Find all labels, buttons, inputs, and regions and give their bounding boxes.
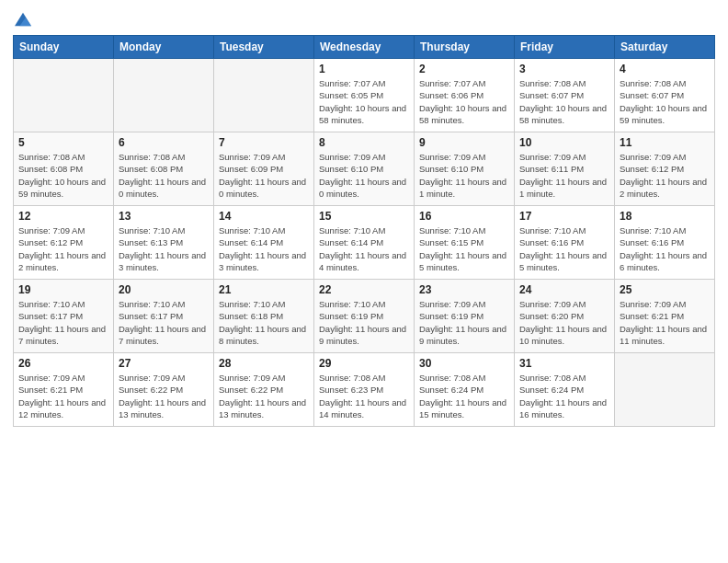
calendar-cell: 18 Sunrise: 7:10 AMSunset: 6:16 PMDaylig… xyxy=(615,206,715,280)
day-info: Sunrise: 7:10 AMSunset: 6:19 PMDaylight:… xyxy=(319,298,409,347)
calendar-cell: 3 Sunrise: 7:08 AMSunset: 6:07 PMDayligh… xyxy=(515,59,615,132)
day-info: Sunrise: 7:08 AMSunset: 6:08 PMDaylight:… xyxy=(119,151,209,200)
day-info: Sunrise: 7:09 AMSunset: 6:11 PMDaylight:… xyxy=(519,151,609,200)
calendar-cell: 20 Sunrise: 7:10 AMSunset: 6:17 PMDaylig… xyxy=(114,280,214,353)
calendar-cell: 24 Sunrise: 7:09 AMSunset: 6:20 PMDaylig… xyxy=(515,280,615,353)
day-info: Sunrise: 7:09 AMSunset: 6:21 PMDaylight:… xyxy=(18,372,108,420)
day-info: Sunrise: 7:10 AMSunset: 6:13 PMDaylight:… xyxy=(119,224,209,273)
calendar-cell: 22 Sunrise: 7:10 AMSunset: 6:19 PMDaylig… xyxy=(314,280,415,353)
day-number: 2 xyxy=(419,63,509,75)
calendar-cell: 25 Sunrise: 7:09 AMSunset: 6:21 PMDaylig… xyxy=(615,280,715,353)
calendar-cell: 9 Sunrise: 7:09 AMSunset: 6:10 PMDayligh… xyxy=(415,132,515,206)
day-number: 26 xyxy=(18,357,108,370)
page: SundayMondayTuesdayWednesdayThursdayFrid… xyxy=(0,0,728,563)
day-info: Sunrise: 7:10 AMSunset: 6:18 PMDaylight:… xyxy=(219,298,309,347)
weekday-header-friday: Friday xyxy=(515,36,615,59)
day-info: Sunrise: 7:09 AMSunset: 6:22 PMDaylight:… xyxy=(119,372,209,420)
day-number: 6 xyxy=(119,136,209,149)
day-info: Sunrise: 7:08 AMSunset: 6:07 PMDaylight:… xyxy=(519,77,609,126)
calendar-cell xyxy=(615,353,715,427)
calendar-cell: 26 Sunrise: 7:09 AMSunset: 6:21 PMDaylig… xyxy=(14,353,114,427)
calendar-table: SundayMondayTuesdayWednesdayThursdayFrid… xyxy=(13,35,715,427)
calendar-cell: 13 Sunrise: 7:10 AMSunset: 6:13 PMDaylig… xyxy=(114,206,214,280)
calendar-cell: 17 Sunrise: 7:10 AMSunset: 6:16 PMDaylig… xyxy=(515,206,615,280)
calendar-cell: 30 Sunrise: 7:08 AMSunset: 6:24 PMDaylig… xyxy=(415,353,515,427)
day-number: 9 xyxy=(419,136,509,149)
calendar-cell xyxy=(214,59,314,132)
day-number: 30 xyxy=(419,357,509,370)
calendar-cell: 14 Sunrise: 7:10 AMSunset: 6:14 PMDaylig… xyxy=(214,206,314,280)
calendar-week-row: 19 Sunrise: 7:10 AMSunset: 6:17 PMDaylig… xyxy=(14,280,715,353)
day-number: 15 xyxy=(319,210,409,223)
day-info: Sunrise: 7:07 AMSunset: 6:06 PMDaylight:… xyxy=(419,77,509,126)
day-info: Sunrise: 7:07 AMSunset: 6:05 PMDaylight:… xyxy=(319,77,409,126)
calendar-cell xyxy=(14,59,114,132)
weekday-header-thursday: Thursday xyxy=(415,36,515,59)
day-number: 27 xyxy=(119,357,209,370)
calendar-cell: 29 Sunrise: 7:08 AMSunset: 6:23 PMDaylig… xyxy=(314,353,415,427)
calendar-cell: 15 Sunrise: 7:10 AMSunset: 6:14 PMDaylig… xyxy=(314,206,415,280)
day-info: Sunrise: 7:09 AMSunset: 6:10 PMDaylight:… xyxy=(319,151,409,200)
day-info: Sunrise: 7:08 AMSunset: 6:08 PMDaylight:… xyxy=(18,151,108,200)
day-number: 13 xyxy=(119,210,209,223)
calendar-cell: 6 Sunrise: 7:08 AMSunset: 6:08 PMDayligh… xyxy=(114,132,214,206)
day-info: Sunrise: 7:10 AMSunset: 6:16 PMDaylight:… xyxy=(519,224,609,273)
day-number: 29 xyxy=(319,357,409,370)
day-info: Sunrise: 7:08 AMSunset: 6:07 PMDaylight:… xyxy=(620,77,710,126)
calendar-cell: 16 Sunrise: 7:10 AMSunset: 6:15 PMDaylig… xyxy=(415,206,515,280)
day-number: 1 xyxy=(319,63,409,75)
calendar-cell: 2 Sunrise: 7:07 AMSunset: 6:06 PMDayligh… xyxy=(415,59,515,132)
day-info: Sunrise: 7:09 AMSunset: 6:10 PMDaylight:… xyxy=(419,151,509,200)
day-number: 16 xyxy=(419,210,509,223)
calendar-cell: 19 Sunrise: 7:10 AMSunset: 6:17 PMDaylig… xyxy=(14,280,114,353)
day-number: 17 xyxy=(519,210,609,223)
day-number: 4 xyxy=(620,63,710,75)
calendar-cell: 23 Sunrise: 7:09 AMSunset: 6:19 PMDaylig… xyxy=(415,280,515,353)
calendar-cell: 10 Sunrise: 7:09 AMSunset: 6:11 PMDaylig… xyxy=(515,132,615,206)
calendar-cell: 4 Sunrise: 7:08 AMSunset: 6:07 PMDayligh… xyxy=(615,59,715,132)
calendar-cell: 28 Sunrise: 7:09 AMSunset: 6:22 PMDaylig… xyxy=(214,353,314,427)
day-number: 7 xyxy=(219,136,309,149)
day-number: 12 xyxy=(18,210,108,223)
day-number: 18 xyxy=(620,210,710,223)
day-number: 10 xyxy=(519,136,609,149)
calendar-cell: 11 Sunrise: 7:09 AMSunset: 6:12 PMDaylig… xyxy=(615,132,715,206)
calendar-cell xyxy=(114,59,214,132)
day-number: 3 xyxy=(519,63,609,75)
day-number: 14 xyxy=(219,210,309,223)
weekday-header-tuesday: Tuesday xyxy=(214,36,314,59)
day-number: 28 xyxy=(219,357,309,370)
day-info: Sunrise: 7:09 AMSunset: 6:22 PMDaylight:… xyxy=(219,372,309,420)
day-info: Sunrise: 7:09 AMSunset: 6:12 PMDaylight:… xyxy=(18,224,108,273)
weekday-header-sunday: Sunday xyxy=(14,36,114,59)
calendar-week-row: 12 Sunrise: 7:09 AMSunset: 6:12 PMDaylig… xyxy=(14,206,715,280)
day-info: Sunrise: 7:09 AMSunset: 6:09 PMDaylight:… xyxy=(219,151,309,200)
day-info: Sunrise: 7:08 AMSunset: 6:24 PMDaylight:… xyxy=(419,372,509,420)
day-info: Sunrise: 7:08 AMSunset: 6:23 PMDaylight:… xyxy=(319,372,409,420)
weekday-header-monday: Monday xyxy=(114,36,214,59)
day-number: 11 xyxy=(620,136,710,149)
calendar-week-row: 1 Sunrise: 7:07 AMSunset: 6:05 PMDayligh… xyxy=(14,59,715,132)
calendar-cell: 8 Sunrise: 7:09 AMSunset: 6:10 PMDayligh… xyxy=(314,132,415,206)
day-info: Sunrise: 7:10 AMSunset: 6:17 PMDaylight:… xyxy=(119,298,209,347)
day-info: Sunrise: 7:10 AMSunset: 6:16 PMDaylight:… xyxy=(620,224,710,273)
day-number: 31 xyxy=(519,357,609,370)
header xyxy=(13,9,715,28)
day-number: 25 xyxy=(620,283,710,296)
day-info: Sunrise: 7:08 AMSunset: 6:24 PMDaylight:… xyxy=(519,372,609,420)
weekday-header-wednesday: Wednesday xyxy=(314,36,415,59)
day-info: Sunrise: 7:09 AMSunset: 6:19 PMDaylight:… xyxy=(419,298,509,347)
day-info: Sunrise: 7:10 AMSunset: 6:14 PMDaylight:… xyxy=(319,224,409,273)
day-number: 5 xyxy=(18,136,108,149)
day-number: 21 xyxy=(219,283,309,296)
calendar-cell: 31 Sunrise: 7:08 AMSunset: 6:24 PMDaylig… xyxy=(515,353,615,427)
logo xyxy=(13,13,31,28)
calendar-week-row: 26 Sunrise: 7:09 AMSunset: 6:21 PMDaylig… xyxy=(14,353,715,427)
logo-icon xyxy=(15,11,31,28)
day-number: 8 xyxy=(319,136,409,149)
calendar-cell: 5 Sunrise: 7:08 AMSunset: 6:08 PMDayligh… xyxy=(14,132,114,206)
day-info: Sunrise: 7:09 AMSunset: 6:12 PMDaylight:… xyxy=(620,151,710,200)
calendar-cell: 1 Sunrise: 7:07 AMSunset: 6:05 PMDayligh… xyxy=(314,59,415,132)
calendar-week-row: 5 Sunrise: 7:08 AMSunset: 6:08 PMDayligh… xyxy=(14,132,715,206)
day-info: Sunrise: 7:09 AMSunset: 6:20 PMDaylight:… xyxy=(519,298,609,347)
